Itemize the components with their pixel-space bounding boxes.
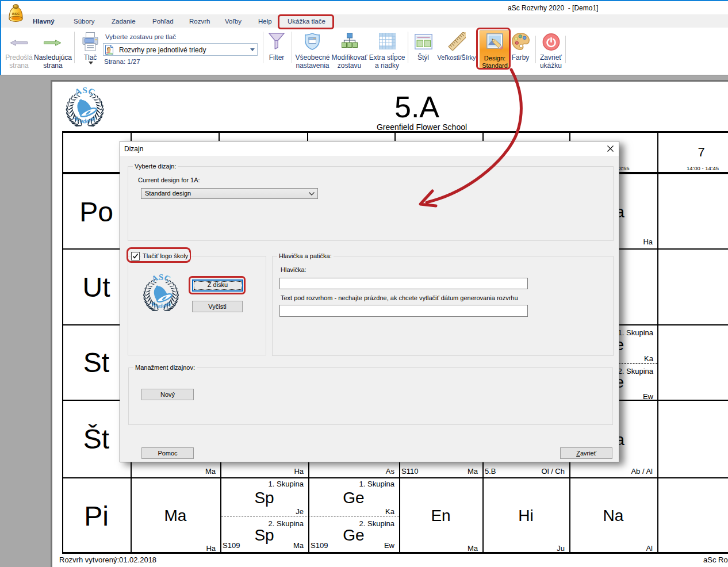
svg-text:asc: asc — [12, 11, 20, 16]
